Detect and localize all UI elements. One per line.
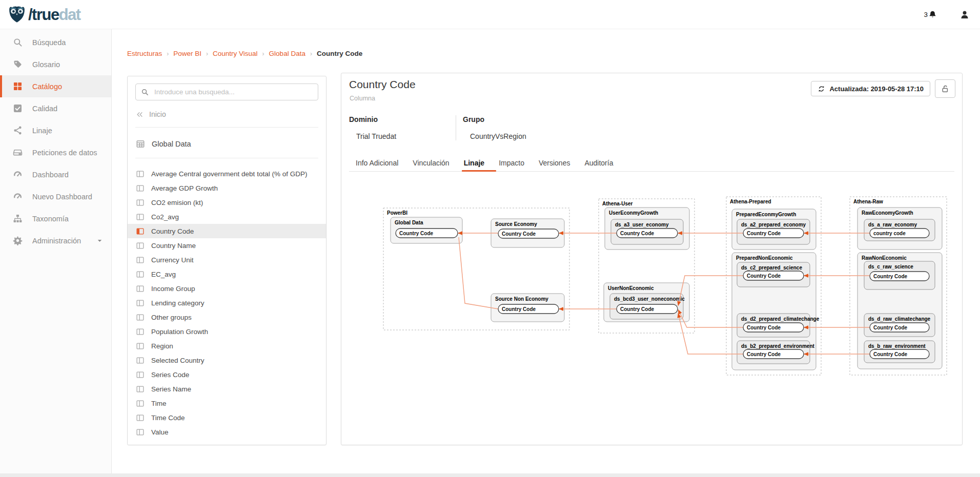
sidebar-item-nuevo-dashboard[interactable]: Nuevo Dashboard xyxy=(0,185,111,208)
tab-impacto[interactable]: Impacto xyxy=(499,159,524,167)
lineage-canvas[interactable]: PowerBIAthena-UserAthena-PreparedAthena-… xyxy=(338,169,964,451)
breadcrumb-link-country-visual[interactable]: Country Visual xyxy=(213,50,258,57)
explorer-item-time-code[interactable]: Time Code xyxy=(128,410,326,425)
lock-button[interactable] xyxy=(935,79,955,98)
lineage-node-country-code[interactable] xyxy=(498,304,559,314)
sidebar-item-glosario[interactable]: Glosario xyxy=(0,53,111,75)
explorer-item-country-code[interactable]: Country Code xyxy=(128,224,326,238)
updated-button[interactable]: Actualizada: 2019-05-28 17:10 xyxy=(811,81,930,96)
lineage-node-country-code[interactable] xyxy=(617,229,678,238)
breadcrumb-link-power-bi[interactable]: Power BI xyxy=(173,50,201,57)
tab-linaje[interactable]: Linaje xyxy=(464,159,484,167)
explorer-parent-item[interactable]: Global Data xyxy=(136,136,191,152)
explorer-item-label: Series Code xyxy=(151,371,189,379)
sidebar-item-linaje[interactable]: Linaje xyxy=(0,119,111,141)
explorer-item-series-code[interactable]: Series Code xyxy=(128,367,326,382)
explorer-item-time[interactable]: Time xyxy=(128,396,326,410)
lineage-group-label: Athena-Raw xyxy=(853,199,883,204)
breadcrumb-current: Country Code xyxy=(317,50,362,57)
sidebar-item-label: Linaje xyxy=(32,127,52,135)
sidebar-item-calidad[interactable]: Calidad xyxy=(0,97,111,119)
check-square-icon xyxy=(13,103,23,113)
explorer-item-label: Income Group xyxy=(151,285,195,293)
gauge-icon xyxy=(13,192,23,201)
sidebar-item-administracion[interactable]: Administración xyxy=(0,230,111,252)
lineage-node-country-code[interactable] xyxy=(498,229,559,238)
sidebar-item-label: Taxonomía xyxy=(32,215,69,223)
columns-icon xyxy=(136,399,145,408)
breadcrumb-link-global-data[interactable]: Global Data xyxy=(269,50,305,57)
sidebar-item-dashboard[interactable]: Dashboard xyxy=(0,163,111,185)
columns-icon xyxy=(136,198,145,207)
explorer-item-label: Region xyxy=(151,342,173,350)
page-title: Country Code xyxy=(349,78,416,91)
lineage-box-label: PreparedEconmyGrowth xyxy=(736,212,796,217)
lineage-node-country-code[interactable] xyxy=(617,304,678,314)
sidebar-item-busqueda[interactable]: Búsqueda xyxy=(0,31,111,53)
explorer-item-lending-category[interactable]: Lending category xyxy=(128,296,326,310)
structure-search-input[interactable] xyxy=(153,88,313,96)
lineage-node-country-code[interactable] xyxy=(743,349,804,359)
explorer-item-currency-unit[interactable]: Currency Unit xyxy=(128,253,326,267)
columns-icon xyxy=(136,413,145,422)
lineage-node-country-code[interactable] xyxy=(743,323,804,332)
lineage-node-country-code[interactable] xyxy=(743,229,804,238)
gauge-icon xyxy=(13,170,23,179)
user-menu-button[interactable] xyxy=(959,10,970,20)
lineage-box-label: RawNonEconomic xyxy=(862,255,907,261)
tab-auditoria[interactable]: Auditoría xyxy=(584,159,613,167)
explorer-item-series-name[interactable]: Series Name xyxy=(128,382,326,396)
truedat-logo[interactable]: /truedat xyxy=(0,6,80,24)
explorer-back-link[interactable]: Inicio xyxy=(136,108,166,120)
explorer-item-population-growth[interactable]: Population Growth xyxy=(128,324,326,339)
explorer-item-country-name[interactable]: Country Name xyxy=(128,238,326,253)
detail-fields: Dominio Trial Truedat Grupo CountryVsReg… xyxy=(349,115,526,140)
breadcrumb-link-estructuras[interactable]: Estructuras xyxy=(127,50,162,57)
lineage-node-country-code[interactable] xyxy=(743,271,804,280)
lineage-node-country-code[interactable] xyxy=(396,229,458,238)
lineage-diagram[interactable]: PowerBIAthena-UserAthena-PreparedAthena-… xyxy=(338,169,964,451)
explorer-item-co2-avg[interactable]: Co2_avg xyxy=(128,210,326,224)
explorer-item-average-gdp-growth[interactable]: Average GDP Growth xyxy=(128,181,326,195)
sidebar-item-catalogo[interactable]: Catálogo xyxy=(0,75,111,97)
structure-explorer-panel: Inicio Global Data Average Central gover… xyxy=(127,76,326,445)
columns-icon xyxy=(136,428,145,437)
lineage-node-country-code[interactable] xyxy=(870,323,929,332)
explorer-item-income-group[interactable]: Income Group xyxy=(128,281,326,296)
lineage-node-country-code[interactable] xyxy=(870,229,929,238)
explorer-item-ec-avg[interactable]: EC_avg xyxy=(128,267,326,281)
explorer-item-selected-country[interactable]: Selected Country xyxy=(128,353,326,367)
tab-vinculacion[interactable]: Vinculación xyxy=(413,159,449,167)
tab-info-adicional[interactable]: Info Adicional xyxy=(356,159,398,167)
explorer-item-average-central-government-debt-total-of-gdp[interactable]: Average Central government debt total (%… xyxy=(128,167,326,181)
search-icon xyxy=(13,37,23,47)
lineage-box-label: ds_b2_prepared_environment xyxy=(741,343,814,349)
breadcrumb-separator: › xyxy=(206,50,208,57)
explorer-item-label: EC_avg xyxy=(151,271,176,278)
columns-icon xyxy=(136,385,145,393)
sidebar-item-label: Glosario xyxy=(32,60,60,69)
tab-versiones[interactable]: Versiones xyxy=(539,159,570,167)
updated-label: Actualizada: 2019-05-28 17:10 xyxy=(829,85,924,93)
divider xyxy=(456,115,456,140)
notifications-button[interactable]: 3 xyxy=(924,10,937,19)
lineage-node-country-code[interactable] xyxy=(870,349,929,359)
sidebar: BúsquedaGlosarioCatálogoCalidadLinajePet… xyxy=(0,29,112,477)
explorer-item-co2-emision-kt[interactable]: CO2 emision (kt) xyxy=(128,195,326,210)
columns-icon xyxy=(136,256,145,264)
explorer-item-other-groups[interactable]: Other groups xyxy=(128,310,326,324)
sidebar-item-taxonomia[interactable]: Taxonomía xyxy=(0,208,111,230)
divider xyxy=(135,127,318,128)
explorer-item-region[interactable]: Region xyxy=(128,339,326,353)
explorer-item-label: Country Code xyxy=(151,227,194,235)
sidebar-item-peticiones-de-datos[interactable]: Peticiones de datos xyxy=(0,141,111,163)
explorer-item-value[interactable]: Value xyxy=(128,425,326,439)
detail-tabs: Info AdicionalVinculaciónLinajeImpactoVe… xyxy=(356,159,613,167)
lineage-box-label: ds_d2_prepared_climatechange xyxy=(741,316,820,322)
breadcrumb-separator: › xyxy=(310,50,312,57)
explorer-item-label: Value xyxy=(151,428,169,436)
lineage-node-country-code[interactable] xyxy=(870,272,929,281)
field-dominio: Dominio Trial Truedat xyxy=(349,115,456,140)
lineage-box-label: ds_d_raw_climatechange xyxy=(868,316,931,322)
grid-icon xyxy=(13,81,23,91)
